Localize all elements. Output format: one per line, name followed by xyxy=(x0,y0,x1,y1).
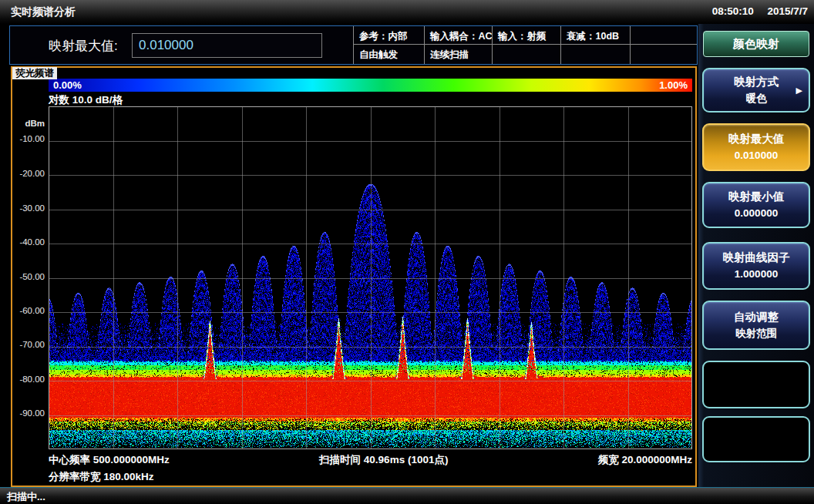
submenu-arrow-icon: ▶ xyxy=(796,86,802,96)
sidebar-button-map-min[interactable]: 映射最小值 0.000000 xyxy=(702,182,810,228)
status-cell-trigger: 自由触发 xyxy=(353,45,424,64)
button-label: 映射曲线因子 xyxy=(723,251,790,264)
y-axis-tick-label: -20.00 xyxy=(12,169,45,178)
button-value: 0.010000 xyxy=(735,150,778,162)
sidebar-button-auto-adjust-map-range[interactable]: 自动调整 映射范围 xyxy=(702,301,810,350)
sidebar-button-map-curve-factor[interactable]: 映射曲线因子 1.000000 xyxy=(702,242,810,290)
clock-time: 08:50:10 xyxy=(712,5,754,17)
status-cell-attenuation: 衰减：10dB xyxy=(560,26,630,45)
status-cell-input: 输入：射频 xyxy=(492,26,560,45)
footer-sweep-time: 扫描时间 40.96ms (1001点) xyxy=(319,453,448,467)
button-value: 0.000000 xyxy=(735,207,778,220)
y-axis-tick-label: -90.00 xyxy=(12,408,45,418)
map-max-label: 映射最大值: xyxy=(49,37,118,55)
button-value: 1.000000 xyxy=(735,268,778,281)
status-cell-empty xyxy=(560,45,630,64)
button-label: 映射方式 xyxy=(734,76,779,89)
screen: 实时频谱分析 08:50:10 2015/7/7 映射最大值: 参考：内部 输入… xyxy=(0,0,814,504)
y-axis-tick-label: -60.00 xyxy=(12,306,45,315)
page-title: 实时频谱分析 xyxy=(11,5,76,19)
title-bar: 实时频谱分析 08:50:10 2015/7/7 xyxy=(0,0,814,24)
sidebar-button-map-max[interactable]: 映射最大值 0.010000 xyxy=(702,123,810,171)
button-label: 自动调整 xyxy=(734,311,779,324)
y-axis-tick-label: -80.00 xyxy=(12,375,45,384)
button-value: 暖色 xyxy=(746,92,767,105)
sidebar-button-blank-2[interactable] xyxy=(702,416,810,462)
clock-date: 2015/7/7 xyxy=(767,5,808,17)
spectrum-panel: 荧光频谱 0.00% 1.00% 对数 10.0 dB/格 dBm -10.00… xyxy=(11,66,697,487)
status-bar: 扫描中... xyxy=(0,487,814,504)
status-table: 参考：内部 输入耦合：AC 输入：射频 衰减：10dB 自由触发 连续扫描 xyxy=(353,26,697,64)
footer-center-freq: 中心频率 500.000000MHz xyxy=(49,453,170,467)
button-label: 映射最小值 xyxy=(728,190,785,203)
y-axis-tick-label: -40.00 xyxy=(12,237,45,247)
status-cell-reference: 参考：内部 xyxy=(353,26,424,45)
spectrum-canvas xyxy=(49,106,692,449)
y-axis-tick-label: -10.00 xyxy=(12,134,45,143)
y-axis-unit: dBm xyxy=(12,119,45,128)
sidebar-menu: 颜色映射 映射方式 暖色 ▶ 映射最大值 0.010000 映射最小值 0.00… xyxy=(698,24,814,487)
clock: 08:50:10 2015/7/7 xyxy=(701,5,808,17)
colorbar-max-label: 1.00% xyxy=(659,79,688,91)
colorbar-min-label: 0.00% xyxy=(53,79,82,91)
y-axis-tick-label: -50.00 xyxy=(12,272,45,281)
tab-phosphor-spectrum[interactable]: 荧光频谱 xyxy=(12,67,57,79)
status-cell-empty xyxy=(630,26,697,45)
button-value: 映射范围 xyxy=(735,328,777,340)
y-axis-tick-label: -30.00 xyxy=(12,203,45,213)
status-cell-sweep-mode: 连续扫描 xyxy=(424,45,492,64)
sidebar-button-map-mode[interactable]: 映射方式 暖色 ▶ xyxy=(702,68,810,113)
amplitude-scale-label: 对数 10.0 dB/格 xyxy=(49,93,123,107)
footer-rbw: 分辨率带宽 180.00kHz xyxy=(49,470,154,484)
density-colorbar: 0.00% 1.00% xyxy=(49,79,692,92)
footer-span: 频宽 20.000000MHz xyxy=(598,453,692,467)
settings-bar: 映射最大值: 参考：内部 输入耦合：AC 输入：射频 衰减：10dB 自由触发 … xyxy=(9,25,698,65)
status-cell-coupling: 输入耦合：AC xyxy=(424,26,492,45)
menu-title-color-mapping[interactable]: 颜色映射 xyxy=(703,31,809,57)
y-axis-tick-label: -70.00 xyxy=(12,340,45,349)
plot-footer: 中心频率 500.000000MHz 扫描时间 40.96ms (1001点) … xyxy=(49,453,692,467)
status-cell-empty xyxy=(630,45,697,64)
map-max-input[interactable] xyxy=(132,33,322,58)
sidebar-button-blank-1[interactable] xyxy=(702,361,810,408)
button-label: 映射最大值 xyxy=(728,133,785,146)
scan-status-text: 扫描中... xyxy=(7,490,45,504)
status-cell-empty xyxy=(492,45,560,64)
